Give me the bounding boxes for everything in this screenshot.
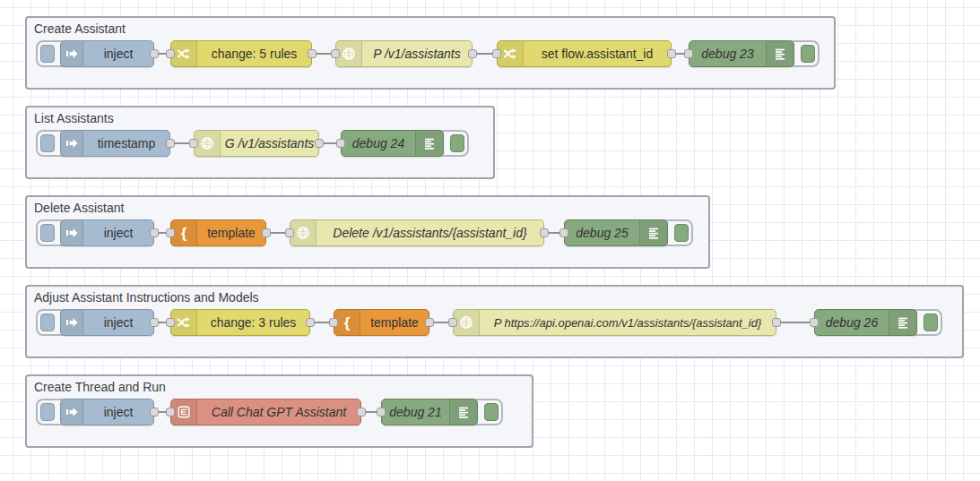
node-label: inject <box>83 399 153 425</box>
inject-arrow-icon <box>61 220 83 245</box>
node-template[interactable]: { template <box>170 219 266 246</box>
output-port[interactable] <box>306 318 315 327</box>
input-port[interactable] <box>285 228 294 237</box>
output-port[interactable] <box>667 49 676 58</box>
curly-brace-icon: { <box>334 310 360 335</box>
node-label: change: 3 rules <box>197 310 309 335</box>
globe-icon <box>454 310 480 335</box>
node-label: Call Chat GPT Assistant <box>197 399 360 425</box>
inject-arrow-icon <box>61 310 83 335</box>
node-label: set flow.assistant_id <box>524 41 671 66</box>
output-port[interactable] <box>308 49 317 58</box>
output-port[interactable] <box>262 228 271 237</box>
shuffle-icon <box>171 310 197 335</box>
node-inject[interactable]: timestamp <box>60 130 170 157</box>
node-label: Delete /v1/assistants/{assistant_id} <box>317 220 543 245</box>
output-port[interactable] <box>150 318 159 327</box>
node-label: debug 23 <box>689 41 766 66</box>
node-debug[interactable]: debug 26 <box>814 309 917 336</box>
node-label: debug 24 <box>342 131 415 156</box>
shuffle-icon <box>171 41 197 66</box>
node-inject[interactable]: inject <box>60 219 154 246</box>
output-port[interactable] <box>315 139 324 148</box>
output-port[interactable] <box>150 228 159 237</box>
input-port[interactable] <box>448 318 457 327</box>
input-port[interactable] <box>166 408 175 417</box>
output-port[interactable] <box>468 49 477 58</box>
debug-sidebar-icon <box>415 131 443 156</box>
subflow-box-icon <box>171 399 197 425</box>
node-http-request[interactable]: Delete /v1/assistants/{assistant_id} <box>290 219 544 246</box>
input-port[interactable] <box>331 49 340 58</box>
node-label: debug 21 <box>382 399 449 425</box>
output-port[interactable] <box>540 228 549 237</box>
node-subflow-call-chat-gpt-assistant[interactable]: Call Chat GPT Assistant <box>170 399 361 425</box>
node-label: debug 26 <box>815 310 889 335</box>
inject-arrow-icon <box>61 41 83 66</box>
shuffle-icon <box>498 41 524 66</box>
input-port[interactable] <box>329 318 338 327</box>
group-title: Adjust Assistant Instructions and Models <box>34 290 259 305</box>
node-label: inject <box>83 41 153 66</box>
input-port[interactable] <box>492 49 501 58</box>
node-label: debug 25 <box>565 220 639 245</box>
inject-arrow-icon <box>61 399 83 425</box>
node-label: timestamp <box>83 131 169 156</box>
node-debug[interactable]: debug 25 <box>564 219 668 246</box>
node-debug[interactable]: debug 23 <box>689 40 794 67</box>
node-change[interactable]: set flow.assistant_id <box>497 40 672 67</box>
input-port[interactable] <box>336 139 345 148</box>
node-debug[interactable]: debug 21 <box>381 399 478 425</box>
flow-canvas[interactable]: Create Assistant inject change: 5 rules … <box>0 0 980 481</box>
debug-sidebar-icon <box>639 220 667 245</box>
globe-icon <box>336 41 362 66</box>
input-port[interactable] <box>166 49 175 58</box>
node-inject[interactable]: inject <box>60 309 154 336</box>
node-change[interactable]: change: 5 rules <box>170 40 312 67</box>
node-label: inject <box>83 220 153 245</box>
node-template[interactable]: { template <box>334 309 429 336</box>
group-title: Create Assistant <box>34 21 126 36</box>
node-http-request[interactable]: P /v1/assistants <box>335 40 473 67</box>
output-port[interactable] <box>425 318 434 327</box>
input-port[interactable] <box>377 408 386 417</box>
input-port[interactable] <box>189 139 198 148</box>
inject-arrow-icon <box>61 131 83 156</box>
output-port[interactable] <box>166 139 175 148</box>
globe-icon <box>195 131 221 156</box>
debug-sidebar-icon <box>449 399 477 425</box>
input-port[interactable] <box>166 228 175 237</box>
node-http-request[interactable]: P https://api.openai.com/v1/assistants/{… <box>453 309 776 336</box>
node-label: P https://api.openai.com/v1/assistants/{… <box>480 310 776 335</box>
group-title: Create Thread and Run <box>34 380 166 394</box>
output-port[interactable] <box>772 318 781 327</box>
group-title: List Assistants <box>34 111 114 125</box>
input-port[interactable] <box>559 228 568 237</box>
node-label: template <box>197 220 265 245</box>
node-label: G /v1/assistants <box>221 131 318 156</box>
node-http-request[interactable]: G /v1/assistants <box>194 130 319 157</box>
output-port[interactable] <box>150 49 159 58</box>
group-title: Delete Assistant <box>34 201 124 215</box>
globe-icon <box>291 220 317 245</box>
node-label: P /v1/assistants <box>362 41 472 66</box>
node-debug[interactable]: debug 24 <box>341 130 444 157</box>
curly-brace-icon: { <box>171 220 197 245</box>
debug-sidebar-icon <box>766 41 794 66</box>
node-label: change: 5 rules <box>197 41 311 66</box>
debug-sidebar-icon <box>889 310 916 335</box>
input-port[interactable] <box>810 318 819 327</box>
node-inject[interactable]: inject <box>60 399 154 425</box>
output-port[interactable] <box>357 408 366 417</box>
node-inject[interactable]: inject <box>60 40 154 67</box>
node-label: template <box>360 310 429 335</box>
input-port[interactable] <box>684 49 693 58</box>
output-port[interactable] <box>150 408 159 417</box>
node-change[interactable]: change: 3 rules <box>170 309 310 336</box>
node-label: inject <box>83 310 153 335</box>
input-port[interactable] <box>166 318 175 327</box>
